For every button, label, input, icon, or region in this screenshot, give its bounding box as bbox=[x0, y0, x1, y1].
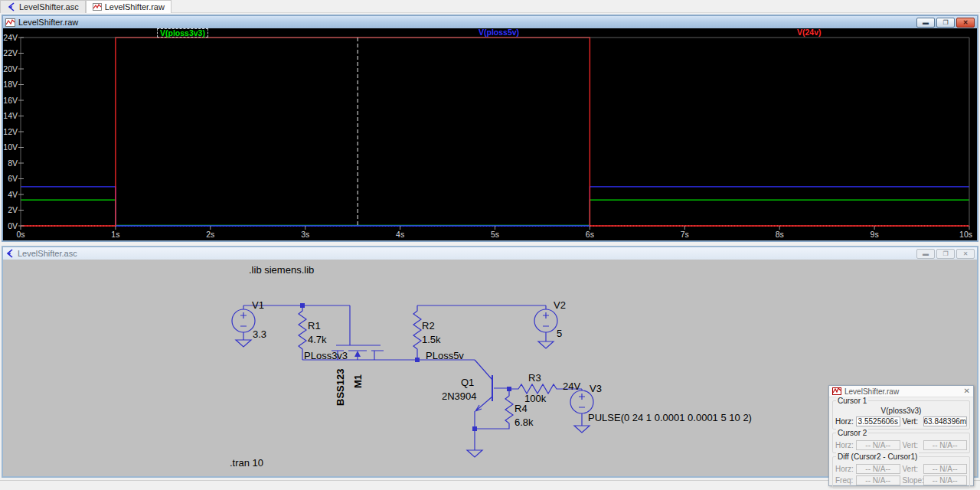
svg-text:1s: 1s bbox=[111, 230, 119, 239]
waveform-window-titlebar[interactable]: LevelShifter.raw ▬ ❐ ✕ bbox=[3, 16, 977, 28]
cursor2-group: Cursor 2 Horz: -- N/A-- Vert: -- N/A-- bbox=[832, 433, 970, 453]
cursor2-vert-value[interactable]: -- N/A-- bbox=[923, 440, 968, 450]
diff-slope-value[interactable]: -- N/A-- bbox=[923, 475, 968, 485]
r2-name[interactable]: R2 bbox=[422, 320, 435, 332]
v1-value[interactable]: 3.3 bbox=[253, 328, 266, 340]
svg-text:22V: 22V bbox=[3, 48, 18, 57]
schematic-window-icon bbox=[5, 249, 15, 258]
cursor2-group-label: Cursor 2 bbox=[836, 429, 868, 437]
r2-value[interactable]: 1.5k bbox=[422, 334, 441, 345]
v1-voltage-source-symbol[interactable] bbox=[232, 305, 255, 347]
tab-levelshifter-asc[interactable]: LevelShifter.asc bbox=[0, 0, 86, 13]
cursor1-group: Cursor 1 V(ploss3v3) Horz: 3.5525606s Ve… bbox=[832, 400, 970, 430]
v2-value[interactable]: 5 bbox=[557, 328, 562, 339]
cursor1-horz-value[interactable]: 3.5525606s bbox=[856, 416, 900, 426]
document-tabbar: LevelShifter.asc LevelShifter.raw bbox=[0, 0, 980, 13]
r1-value[interactable]: 4.7k bbox=[308, 334, 327, 345]
svg-text:6s: 6s bbox=[586, 230, 594, 239]
svg-text:4s: 4s bbox=[396, 230, 404, 239]
diff-horz-label: Horz: bbox=[835, 465, 854, 473]
diff-slope-label: Slope: bbox=[903, 476, 921, 485]
svg-text:16V: 16V bbox=[3, 96, 18, 105]
r1-name[interactable]: R1 bbox=[308, 320, 321, 332]
cursor2-vert-label: Vert: bbox=[903, 441, 921, 449]
ltspice-app: LevelShifter.asc LevelShifter.raw LevelS… bbox=[0, 0, 980, 490]
m1-model[interactable]: BSS123 bbox=[335, 369, 346, 406]
cursor2-horz-label: Horz: bbox=[835, 441, 854, 449]
q1-name[interactable]: Q1 bbox=[461, 377, 474, 388]
m1-name[interactable]: M1 bbox=[352, 374, 364, 388]
cursor1-horz-label: Horz: bbox=[835, 417, 854, 426]
restore-button[interactable]: ❐ bbox=[936, 249, 955, 259]
v3-name[interactable]: V3 bbox=[590, 383, 602, 394]
v1-name[interactable]: V1 bbox=[252, 299, 264, 311]
waveform-window: LevelShifter.raw ▬ ❐ ✕ 0V2V4V6V8V10V12V1… bbox=[2, 15, 978, 242]
close-button[interactable]: ✕ bbox=[956, 249, 975, 259]
cursor-dialog-titlebar[interactable]: LevelShifter.raw ✕ bbox=[829, 386, 973, 397]
tran-directive[interactable]: .tran 10 bbox=[230, 457, 263, 469]
svg-text:18V: 18V bbox=[3, 80, 18, 89]
ground-symbol bbox=[467, 450, 482, 457]
r4-value[interactable]: 6.8k bbox=[514, 416, 534, 428]
r4-name[interactable]: R4 bbox=[514, 403, 528, 414]
cursor-dialog: LevelShifter.raw ✕ Cursor 1 V(ploss3v3) … bbox=[828, 385, 974, 486]
cursor1-group-label: Cursor 1 bbox=[836, 397, 868, 405]
net-label-ploss3v3[interactable]: PLoss3v3 bbox=[304, 350, 348, 361]
cursor2-horz-value[interactable]: -- N/A-- bbox=[856, 440, 900, 450]
close-icon[interactable]: ✕ bbox=[964, 387, 970, 395]
cursor-dialog-icon bbox=[832, 387, 841, 395]
diff-freq-label: Freq: bbox=[835, 476, 854, 485]
q1-npn-transistor-symbol[interactable] bbox=[475, 360, 509, 411]
svg-text:8V: 8V bbox=[8, 158, 18, 168]
svg-text:10V: 10V bbox=[3, 142, 18, 152]
v2-voltage-source-symbol[interactable] bbox=[534, 305, 557, 348]
trace-label-ploss3v3[interactable]: V(ploss3v3) bbox=[157, 28, 208, 38]
svg-text:3s: 3s bbox=[301, 230, 309, 239]
svg-text:4V: 4V bbox=[8, 190, 18, 199]
net-label-ploss5v[interactable]: PLoss5v bbox=[426, 350, 464, 361]
waveform-window-title: LevelShifter.raw bbox=[18, 18, 78, 27]
svg-text:0V: 0V bbox=[8, 221, 18, 230]
svg-text:0s: 0s bbox=[16, 230, 24, 239]
cursor-dialog-title: LevelShifter.raw bbox=[844, 387, 899, 396]
svg-text:7s: 7s bbox=[681, 230, 689, 239]
diff-vert-value[interactable]: -- N/A-- bbox=[923, 464, 968, 474]
svg-text:9s: 9s bbox=[871, 230, 879, 239]
cursor1-vert-value[interactable]: 63.848396mV bbox=[923, 416, 968, 426]
svg-text:2s: 2s bbox=[206, 230, 214, 239]
svg-text:20V: 20V bbox=[3, 64, 18, 74]
svg-text:6V: 6V bbox=[8, 174, 18, 183]
v3-value[interactable]: PULSE(0 24 1 0.0001 0.0001 5 10 2) bbox=[588, 412, 752, 423]
tab-levelshifter-raw[interactable]: LevelShifter.raw bbox=[86, 0, 172, 13]
minimize-button[interactable]: ▬ bbox=[916, 18, 935, 28]
diff-group-label: Diff (Cursor2 - Cursor1) bbox=[836, 452, 919, 461]
tab-label: LevelShifter.asc bbox=[19, 2, 79, 11]
trace-label-ploss5v[interactable]: V(ploss5v) bbox=[476, 28, 521, 38]
svg-text:5s: 5s bbox=[491, 230, 499, 239]
net-label-24v[interactable]: 24V bbox=[563, 381, 580, 392]
restore-button[interactable]: ❐ bbox=[936, 18, 955, 28]
svg-text:8s: 8s bbox=[776, 230, 784, 239]
waveform-window-icon bbox=[5, 18, 15, 27]
q1-model[interactable]: 2N3904 bbox=[442, 390, 477, 402]
trace-label-24v[interactable]: V(24v) bbox=[795, 28, 824, 38]
svg-text:14V: 14V bbox=[3, 111, 18, 120]
r3-name[interactable]: R3 bbox=[528, 372, 541, 384]
close-button[interactable]: ✕ bbox=[956, 18, 975, 28]
v2-name[interactable]: V2 bbox=[554, 299, 566, 311]
schematic-window-titlebar[interactable]: LevelShifter.asc ▬ ❐ ✕ bbox=[3, 247, 977, 260]
diff-freq-value[interactable]: -- N/A-- bbox=[856, 475, 900, 485]
minimize-button[interactable]: ▬ bbox=[916, 249, 935, 259]
waveform-plot[interactable]: 0V2V4V6V8V10V12V14V16V18V20V22V24V0s1s2s… bbox=[3, 28, 977, 240]
r3-value[interactable]: 100k bbox=[524, 393, 546, 404]
diff-vert-label: Vert: bbox=[903, 465, 921, 473]
svg-text:2V: 2V bbox=[8, 205, 18, 214]
waveform-file-icon bbox=[93, 2, 102, 11]
schematic-file-icon bbox=[7, 2, 16, 11]
cursor1-vert-label: Vert: bbox=[903, 417, 921, 426]
r2-resistor-symbol[interactable] bbox=[413, 305, 421, 358]
diff-group: Diff (Cursor2 - Cursor1) Horz: -- N/A-- … bbox=[832, 456, 970, 488]
diff-horz-value[interactable]: -- N/A-- bbox=[856, 464, 900, 474]
waveform-chart[interactable]: 0V2V4V6V8V10V12V14V16V18V20V22V24V0s1s2s… bbox=[3, 28, 977, 240]
lib-directive[interactable]: .lib siemens.lib bbox=[249, 264, 314, 276]
